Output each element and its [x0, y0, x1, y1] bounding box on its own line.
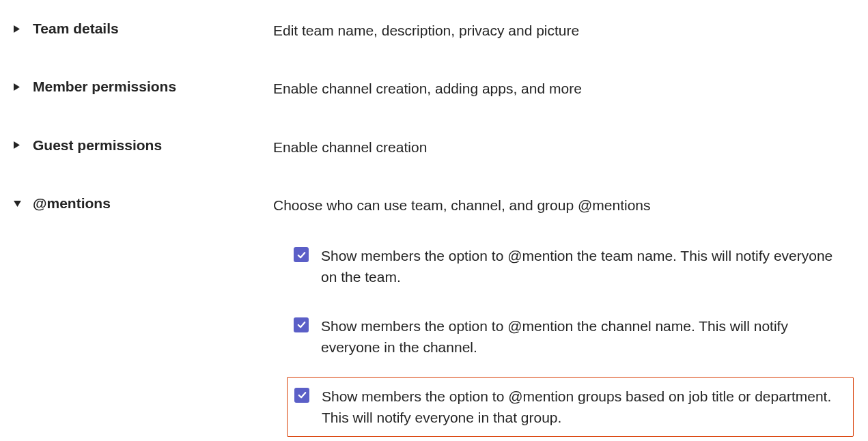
- section-title: Team details: [33, 20, 119, 37]
- chevron-right-icon: [14, 25, 26, 33]
- team-details-row: Team details Edit team name, description…: [14, 20, 854, 40]
- team-details-header[interactable]: Team details: [14, 20, 273, 37]
- chevron-right-icon: [14, 83, 26, 91]
- member-permissions-row: Member permissions Enable channel creati…: [14, 79, 854, 98]
- section-title: @mentions: [33, 195, 111, 212]
- chevron-down-icon: [14, 201, 26, 207]
- section-description: Edit team name, description, privacy and…: [273, 20, 579, 40]
- mention-channel-option: Show members the option to @mention the …: [287, 307, 854, 366]
- mentions-header[interactable]: @mentions: [14, 195, 273, 212]
- option-label: Show members the option to @mention the …: [321, 315, 847, 358]
- member-permissions-header[interactable]: Member permissions: [14, 79, 273, 95]
- mention-team-option: Show members the option to @mention the …: [287, 237, 854, 296]
- mention-team-checkbox[interactable]: [294, 247, 309, 262]
- mentions-options: Show members the option to @mention the …: [287, 237, 854, 436]
- mention-groups-option: Show members the option to @mention grou…: [287, 377, 854, 437]
- mention-channel-checkbox[interactable]: [294, 317, 309, 332]
- svg-marker-0: [14, 25, 20, 33]
- svg-marker-1: [14, 83, 20, 91]
- mentions-row: @mentions Choose who can use team, chann…: [14, 195, 854, 215]
- chevron-right-icon: [14, 141, 26, 149]
- svg-marker-2: [14, 141, 20, 149]
- mention-groups-checkbox[interactable]: [294, 388, 309, 403]
- section-description: Enable channel creation: [273, 137, 427, 157]
- section-title: Member permissions: [33, 79, 176, 95]
- option-label: Show members the option to @mention the …: [321, 245, 847, 287]
- section-description: Choose who can use team, channel, and gr…: [273, 195, 651, 215]
- guest-permissions-header[interactable]: Guest permissions: [14, 137, 273, 154]
- section-description: Enable channel creation, adding apps, an…: [273, 79, 582, 98]
- option-label: Show members the option to @mention grou…: [322, 386, 846, 428]
- section-title: Guest permissions: [33, 137, 162, 154]
- svg-marker-3: [14, 201, 21, 207]
- guest-permissions-row: Guest permissions Enable channel creatio…: [14, 137, 854, 157]
